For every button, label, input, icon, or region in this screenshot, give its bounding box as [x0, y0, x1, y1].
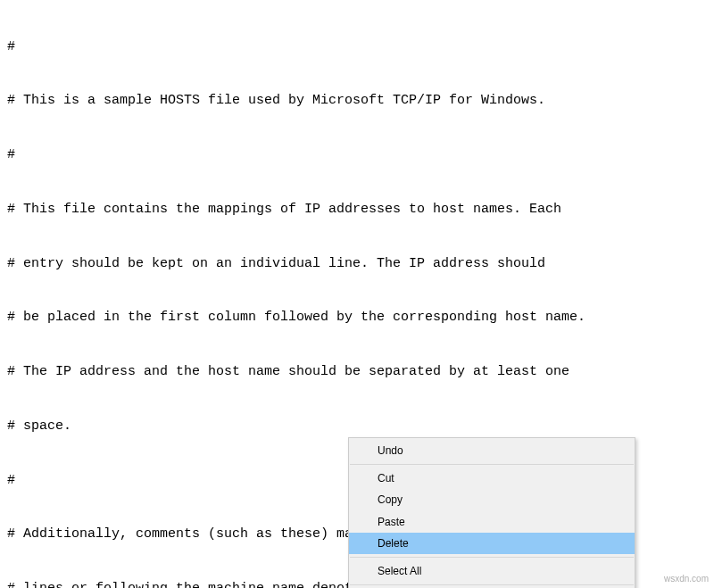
menu-separator	[350, 557, 634, 558]
hosts-line: #	[7, 146, 707, 164]
menu-separator	[350, 464, 634, 465]
watermark: wsxdn.com	[664, 573, 709, 585]
hosts-line: # entry should be kept on an individual …	[7, 255, 707, 273]
hosts-line: # This file contains the mappings of IP …	[7, 201, 707, 219]
menu-paste[interactable]: Paste	[349, 511, 635, 533]
hosts-line: # be placed in the first column followed…	[7, 309, 707, 327]
menu-separator	[350, 584, 634, 585]
context-menu: Undo Cut Copy Paste Delete Select All Ri…	[348, 437, 635, 588]
menu-cut[interactable]: Cut	[349, 468, 635, 489]
menu-delete[interactable]: Delete	[349, 533, 635, 554]
hosts-line: # This is a sample HOSTS file used by Mi…	[7, 92, 707, 110]
hosts-line: #	[7, 38, 707, 56]
hosts-line: # The IP address and the host name shoul…	[7, 363, 707, 381]
menu-undo[interactable]: Undo	[349, 440, 635, 461]
menu-copy[interactable]: Copy	[349, 489, 635, 510]
menu-select-all[interactable]: Select All	[349, 560, 635, 582]
hosts-line: # space.	[7, 418, 707, 435]
